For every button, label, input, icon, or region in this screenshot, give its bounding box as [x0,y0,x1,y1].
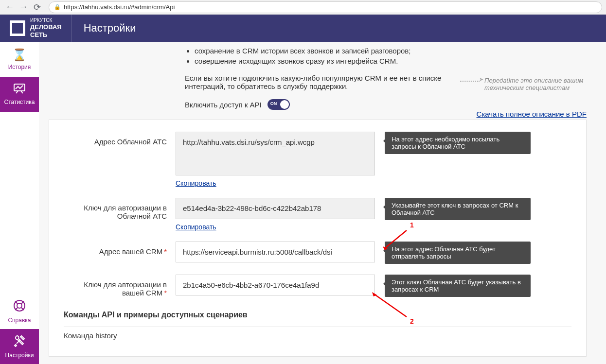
sidebar-item-label: Настройки [5,352,34,359]
field-tooltip: Указывайте этот ключ в запросах от CRM к… [385,198,531,220]
download-pdf-link[interactable]: Скачать полное описание в PDF [477,110,587,118]
crm-key-input[interactable] [176,275,375,295]
api-commands-heading: Команды API и примеры доступных сценарие… [64,311,571,319]
annotation-number-2: 2 [410,317,414,325]
command-row[interactable]: Команда history [64,326,571,345]
sidebar-item-settings[interactable]: Настройки [0,329,39,364]
sidebar-item-label: Справка [8,317,31,324]
copy-link[interactable]: Скопировать [176,179,216,187]
required-marker: * [164,289,167,297]
field-label: Ключ для авторизации в вашей CRM* [64,275,176,297]
annotation-arrow-2 [370,290,409,321]
toggle-label: Включить доступ к API [185,101,262,109]
logo-block[interactable]: ИРКУТСК ДЕЛОВАЯ СЕТЬ [0,15,72,42]
page-title: Настройки [84,22,136,35]
toggle-state-text: ON [270,101,277,106]
lock-icon: 🔒 [54,4,61,10]
bullet-item: сохранение в CRM истории всех звонков и … [195,47,587,55]
bullet-item: совершение исходящих звонков сразу из ин… [195,57,587,65]
required-marker: * [164,247,167,256]
field-label: Адрес вашей CRM* [64,242,176,256]
toggle-knob [280,100,289,109]
annotation-number-1: 1 [410,221,414,229]
sidebar-item-stats[interactable]: Статистика [0,77,39,112]
svg-line-10 [374,294,407,317]
annotation-arrow-1 [380,228,409,254]
tools-icon [13,334,26,350]
api-access-toggle[interactable]: ON [267,99,290,110]
app-header: ИРКУТСК ДЕЛОВАЯ СЕТЬ Настройки [0,15,606,42]
field-label: Адрес Облачной АТС [64,132,176,146]
browser-reload-button[interactable]: ⟳ [31,1,43,13]
bullet-list: сохранение в CRM истории всех звонков и … [195,47,587,65]
browser-url-text: https://tahhu.vats.dsi.ru/#admin/crm/Api [64,3,175,11]
browser-url-bar[interactable]: 🔒 https://tahhu.vats.dsi.ru/#admin/crm/A… [49,1,602,13]
lifebuoy-icon [13,299,26,315]
intro-paragraph: Если вы хотите подключить какую-либо поп… [185,74,457,90]
svg-point-4 [17,303,22,308]
browser-back-button[interactable]: ← [4,1,16,13]
sidebar-item-label: Статистика [4,99,35,105]
sidebar-item-label: История [8,64,31,70]
sidebar-item-history[interactable]: ⌛ История [0,42,39,77]
field-tooltip: На этот адрес необходимо посылать запрос… [385,132,531,154]
content-area: сохранение в CRM истории всех звонков и … [39,42,606,364]
browser-forward-button[interactable]: → [18,1,29,13]
field-label: Ключ для авторизации в Облачной АТС [64,198,176,220]
cloud-ats-key-value: e514ed4a-3b22-498c-bd6c-c422b42ab178 [176,198,375,219]
presentation-icon [13,83,26,97]
crm-address-input[interactable] [176,242,375,262]
sidebar-item-help[interactable]: Справка [0,294,39,329]
logo-text: ИРКУТСК ДЕЛОВАЯ СЕТЬ [30,17,62,38]
hourglass-icon: ⌛ [12,48,27,62]
browser-bar: ← → ⟳ 🔒 https://tahhu.vats.dsi.ru/#admin… [0,0,606,15]
cloud-ats-address-value: http://tahhu.vats.dsi.ru/sys/crm_api.wcg… [176,132,375,175]
copy-link[interactable]: Скопировать [176,223,216,231]
technical-note: Передайте это описание вашим техническим… [484,77,587,91]
dotted-arrow-icon [460,81,480,90]
command-name: history [95,331,117,340]
logo-square-icon [10,20,25,36]
api-settings-card: Адрес Облачной АТС http://tahhu.vats.dsi… [49,120,587,357]
sidebar: ⌛ История Статистика Справка [0,42,39,364]
svg-line-9 [385,230,407,248]
